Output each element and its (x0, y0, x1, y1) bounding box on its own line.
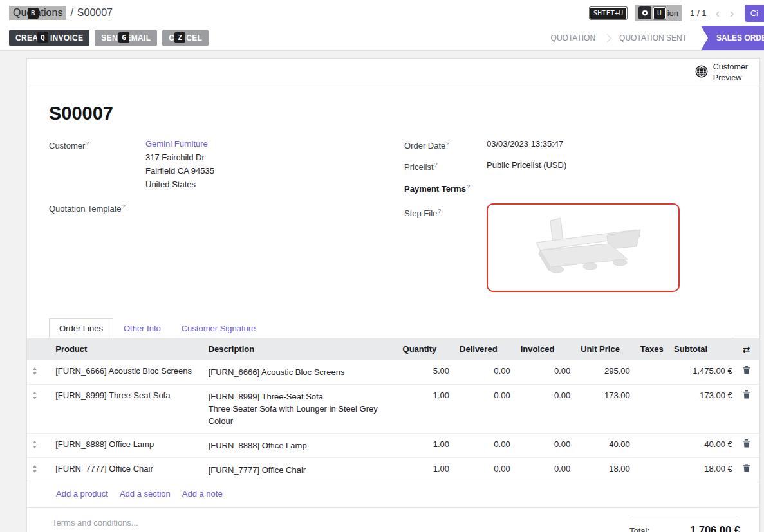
payment-terms-field[interactable]: Payment Terms? (404, 180, 734, 196)
table-row[interactable]: [FURN_7777] Office Chair [FURN_7777] Off… (27, 457, 759, 482)
delivered-cell[interactable]: 0.00 (454, 360, 516, 385)
top-navbar: Quotations B / S00007 SHIFT+U U ion 1 / … (0, 0, 764, 26)
column-header-delivered[interactable]: Delivered (454, 338, 516, 360)
delivered-cell[interactable]: 0.00 (454, 384, 516, 433)
drag-handle-icon[interactable] (32, 366, 37, 377)
pricelist-label: Pricelist? (404, 158, 487, 174)
column-header-taxes[interactable]: Taxes (635, 338, 669, 360)
topbar-right-cluster: SHIFT+U U ion 1 / 1 ‹ › Ci (590, 5, 764, 22)
payment-terms-label: Payment Terms? (404, 180, 487, 196)
invoiced-cell[interactable]: 0.00 (516, 360, 576, 385)
status-step-sales-order[interactable]: SALES ORDER (701, 26, 764, 50)
product-cell[interactable]: [FURN_8999] Three-Seat Sofa (50, 384, 203, 433)
page-title: S00007 (49, 103, 734, 124)
invoiced-cell[interactable]: 0.00 (516, 384, 576, 433)
table-footer-links: Add a product Add a section Add a note (27, 482, 759, 508)
tab-customer-signature[interactable]: Customer Signature (171, 318, 266, 338)
status-step-quotation[interactable]: QUOTATION (541, 26, 606, 50)
table-row[interactable]: [FURN_8888] Office Lamp [FURN_8888] Offi… (27, 433, 759, 457)
unit-price-cell[interactable]: 40.00 (575, 433, 635, 457)
delivered-cell[interactable]: 0.00 (454, 457, 516, 482)
unit-price-cell[interactable]: 295.00 (575, 360, 635, 385)
product-cell[interactable]: [FURN_6666] Acoustic Bloc Screens (50, 360, 203, 385)
add-product-link[interactable]: Add a product (56, 489, 108, 499)
help-icon: ? (446, 140, 449, 147)
quantity-cell[interactable]: 1.00 (398, 457, 455, 482)
drag-handle-icon[interactable] (32, 390, 37, 401)
drag-handle-icon[interactable] (32, 464, 37, 475)
order-date-field: Order Date? 03/03/2023 13:35:47 (404, 137, 734, 152)
quantity-cell[interactable]: 1.00 (398, 433, 455, 457)
form-sheet: S00007 Customer? Gemini Furniture 317 Fa… (27, 103, 759, 338)
kbd-action-badge: U (653, 7, 666, 19)
create-invoice-button[interactable]: CREATE INVOICE Q (9, 30, 89, 46)
delete-row-icon[interactable] (743, 390, 750, 401)
action-menu-button[interactable]: U ion (635, 5, 682, 21)
step-file-preview[interactable] (487, 203, 680, 292)
form-fields: Customer? Gemini Furniture 317 Fairchild… (49, 137, 734, 298)
pager-previous-icon[interactable]: ‹ (714, 6, 721, 19)
total-label: Total: (629, 526, 649, 532)
pricelist-value[interactable]: Public Pricelist (USD) (487, 158, 566, 174)
tab-other-info[interactable]: Other Info (113, 318, 171, 338)
product-cell[interactable]: [FURN_7777] Office Chair (50, 457, 203, 482)
breadcrumb-quotations-link[interactable]: Quotations B (9, 6, 66, 20)
cancel-button[interactable]: CANCEL Z (162, 30, 209, 46)
column-header-subtotal[interactable]: Subtotal (669, 338, 738, 360)
customer-preview-label: Customer Preview (713, 62, 748, 84)
taxes-cell[interactable] (635, 457, 669, 482)
status-step-quotation-sent[interactable]: QUOTATION SENT (609, 26, 697, 50)
optional-columns-icon[interactable]: ⇄ (743, 344, 750, 354)
order-date-value[interactable]: 03/03/2023 13:35:47 (487, 137, 563, 152)
description-cell[interactable]: [FURN_7777] Office Chair (203, 457, 398, 482)
breadcrumb-separator: / (70, 7, 73, 19)
taxes-cell[interactable] (635, 433, 669, 457)
column-header-invoiced[interactable]: Invoiced (516, 338, 576, 360)
kbd-send-email-badge: G (118, 32, 129, 43)
taxes-cell[interactable] (635, 384, 669, 433)
table-row[interactable]: [FURN_8999] Three-Seat Sofa [FURN_8999] … (27, 384, 759, 433)
step-file-field: Step File? (404, 205, 734, 292)
gear-icon (638, 6, 651, 19)
pricelist-field: Pricelist? Public Pricelist (USD) (404, 158, 734, 174)
product-cell[interactable]: [FURN_8888] Office Lamp (50, 433, 203, 457)
customer-link[interactable]: Gemini Furniture (145, 139, 208, 149)
globe-icon (695, 65, 708, 81)
pager-next-icon[interactable]: › (729, 6, 736, 19)
column-header-unit-price[interactable]: Unit Price (575, 338, 635, 360)
delivered-cell[interactable]: 0.00 (454, 433, 516, 457)
unit-price-cell[interactable]: 173.00 (575, 384, 635, 433)
step-file-3d-model-image (510, 210, 656, 284)
subtotal-cell: 173.00 € (669, 384, 738, 433)
column-header-quantity[interactable]: Quantity (398, 338, 455, 360)
description-cell[interactable]: [FURN_6666] Acoustic Bloc Screens (203, 360, 398, 385)
quantity-cell[interactable]: 5.00 (398, 360, 455, 385)
description-cell[interactable]: [FURN_8999] Three-Seat Sofa Three Seater… (203, 384, 398, 433)
invoiced-cell[interactable]: 0.00 (516, 433, 576, 457)
unit-price-cell[interactable]: 18.00 (575, 457, 635, 482)
table-row[interactable]: [FURN_6666] Acoustic Bloc Screens [FURN_… (27, 360, 759, 385)
drag-handle-icon[interactable] (32, 439, 37, 450)
step-file-label: Step File? (404, 205, 487, 292)
quotation-template-field[interactable]: Quotation Template? (49, 200, 404, 216)
corner-button[interactable]: Ci (745, 5, 764, 22)
add-note-link[interactable]: Add a note (182, 489, 223, 499)
tab-order-lines[interactable]: Order Lines (49, 318, 113, 338)
description-cell[interactable]: [FURN_8888] Office Lamp (203, 433, 398, 457)
terms-placeholder[interactable]: Terms and conditions... (52, 518, 138, 532)
delete-row-icon[interactable] (743, 439, 750, 450)
delete-row-icon[interactable] (743, 464, 750, 474)
invoiced-cell[interactable]: 0.00 (516, 457, 576, 482)
column-header-description[interactable]: Description (203, 338, 398, 360)
send-email-button[interactable]: SEND EMAIL G (95, 30, 157, 46)
help-icon: ? (434, 161, 438, 168)
table-header-row: Product Description Quantity Delivered I… (27, 338, 759, 360)
add-section-link[interactable]: Add a section (120, 489, 171, 499)
delete-row-icon[interactable] (743, 366, 750, 376)
column-header-product[interactable]: Product (50, 338, 203, 360)
quantity-cell[interactable]: 1.00 (398, 384, 455, 433)
customer-preview-button[interactable]: Customer Preview (695, 62, 748, 84)
kbd-breadcrumb-badge: B (28, 8, 39, 19)
taxes-cell[interactable] (635, 360, 669, 385)
handle-column-header (27, 338, 50, 360)
